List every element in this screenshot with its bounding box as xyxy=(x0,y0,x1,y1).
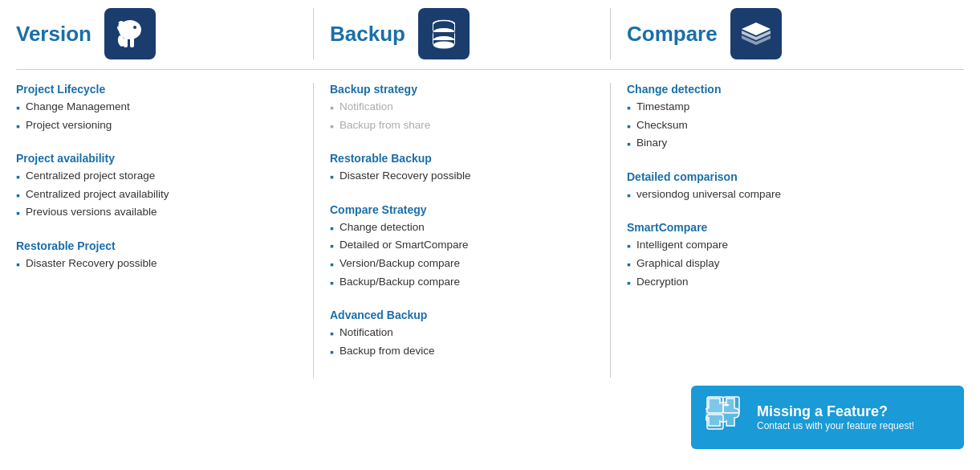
compare-title: Compare xyxy=(627,22,718,47)
list-item: Checksum xyxy=(627,119,964,135)
header-row: Version Backup xyxy=(16,8,964,70)
section-title: Advanced Backup xyxy=(330,309,594,321)
section-title: Backup strategy xyxy=(330,83,594,96)
list-item: Disaster Recovery possible xyxy=(330,170,594,186)
backup-title: Backup xyxy=(330,22,405,47)
list-item: Backup/Backup compare xyxy=(330,276,594,292)
list-item: Change Management xyxy=(16,100,297,116)
missing-feature-banner[interactable]: Missing a Feature? Contact us with your … xyxy=(691,386,964,449)
list-item: Timestamp xyxy=(627,100,964,116)
list-item: Previous versions available xyxy=(16,206,297,222)
list-item: Notification xyxy=(330,326,594,342)
list-item: Change detection xyxy=(330,221,594,237)
section-title: Restorable Project xyxy=(16,239,297,252)
backup-column: Backup strategyNotificationBackup from s… xyxy=(313,83,610,378)
section-title: Change detection xyxy=(627,83,964,96)
svg-point-18 xyxy=(433,42,454,49)
banner-title: Missing a Feature? xyxy=(757,403,914,420)
backup-section: Compare StrategyChange detectionDetailed… xyxy=(330,203,594,291)
list-item: Detailed or SmartCompare xyxy=(330,239,594,255)
list-item: Backup from device xyxy=(330,345,594,361)
backup-section: Backup strategyNotificationBackup from s… xyxy=(330,83,594,134)
section-title: Restorable Backup xyxy=(330,152,594,165)
compare-section: Change detectionTimestampChecksumBinary xyxy=(627,83,964,153)
backup-section: Advanced BackupNotificationBackup from d… xyxy=(330,309,594,360)
list-item: Binary xyxy=(627,137,964,153)
version-section: Project LifecycleChange ManagementProjec… xyxy=(16,83,297,134)
svg-rect-24 xyxy=(707,415,723,429)
list-item: Graphical display xyxy=(627,257,964,273)
svg-point-5 xyxy=(133,26,136,29)
svg-rect-22 xyxy=(707,397,723,413)
version-section: Project availabilityCentralized project … xyxy=(16,152,297,222)
list-item: Backup from share xyxy=(330,119,594,135)
compare-header: Compare xyxy=(610,8,964,59)
svg-rect-23 xyxy=(723,397,739,413)
list-item: Notification xyxy=(330,100,594,116)
compare-column: Change detectionTimestampChecksumBinaryD… xyxy=(610,83,964,378)
compare-section: SmartCompareIntelligent compareGraphical… xyxy=(627,221,964,291)
list-item: Project versioning xyxy=(16,119,297,135)
list-item: Intelligent compare xyxy=(627,239,964,255)
version-header: Version xyxy=(16,8,313,59)
backup-icon xyxy=(418,8,470,59)
section-title: Compare Strategy xyxy=(330,203,594,216)
version-icon xyxy=(104,8,156,59)
section-title: SmartCompare xyxy=(627,221,964,234)
backup-section: Restorable BackupDisaster Recovery possi… xyxy=(330,152,594,186)
compare-section: Detailed comparisonversiondog universal … xyxy=(627,170,964,204)
banner-text: Missing a Feature? Contact us with your … xyxy=(757,403,914,431)
list-item: Decryption xyxy=(627,276,964,292)
backup-header: Backup xyxy=(313,8,610,59)
version-section: Restorable ProjectDisaster Recovery poss… xyxy=(16,239,297,273)
section-title: Project availability xyxy=(16,152,297,165)
content-row: Project LifecycleChange ManagementProjec… xyxy=(16,70,964,378)
bottom-banner: Missing a Feature? Contact us with your … xyxy=(16,386,964,449)
main-container: Version Backup xyxy=(0,0,980,465)
puzzle-icon xyxy=(706,395,746,439)
list-item: Centralized project availability xyxy=(16,188,297,204)
section-title: Detailed comparison xyxy=(627,170,964,183)
section-title: Project Lifecycle xyxy=(16,83,297,96)
list-item: Disaster Recovery possible xyxy=(16,257,297,273)
version-column: Project LifecycleChange ManagementProjec… xyxy=(16,83,313,378)
svg-point-1 xyxy=(117,21,125,32)
version-title: Version xyxy=(16,22,91,47)
compare-icon xyxy=(730,8,782,59)
list-item: Centralized project storage xyxy=(16,170,297,186)
svg-rect-3 xyxy=(130,38,134,47)
list-item: versiondog universal compare xyxy=(627,188,964,204)
banner-subtitle: Contact us with your feature request! xyxy=(757,420,914,431)
list-item: Version/Backup compare xyxy=(330,257,594,273)
